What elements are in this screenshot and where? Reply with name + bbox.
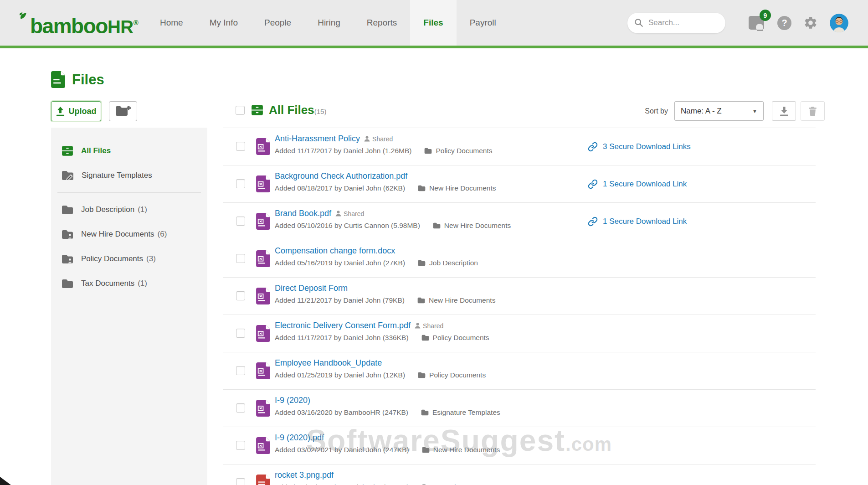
file-meta: Added 03/02/2021 by Daniel John (247KB) xyxy=(275,446,409,454)
folder-tag[interactable]: Policy Documents xyxy=(418,371,486,379)
file-type-icon xyxy=(256,400,270,418)
nav-tab[interactable]: Files xyxy=(410,0,456,46)
nav-tab[interactable]: People xyxy=(251,0,304,46)
file-type-icon xyxy=(256,213,270,232)
file-checkbox[interactable] xyxy=(236,291,245,300)
file-name-link[interactable]: Direct Deposit Form xyxy=(275,284,348,293)
secure-download-links[interactable]: 1 Secure Download Link xyxy=(588,179,687,189)
sidebar-folder-item[interactable]: Policy Documents (3) xyxy=(51,247,207,271)
file-info: I-9 (2020).pdf Added 03/02/2021 by Danie… xyxy=(275,433,500,454)
file-name-link[interactable]: Brand Book.pdf xyxy=(275,209,331,218)
sidebar-folder-item[interactable]: New Hire Documents (6) xyxy=(51,222,207,247)
folder-tag[interactable]: New Hire Documents xyxy=(422,483,500,485)
file-type-icon xyxy=(256,288,270,306)
all-files-header-icon xyxy=(251,104,263,116)
file-name-link[interactable]: Compensation change form.docx xyxy=(275,246,395,256)
person-icon xyxy=(335,211,341,217)
help-button[interactable]: ? xyxy=(777,16,791,30)
brand-accent-line xyxy=(0,46,868,48)
top-navbar: bambooHR® Home My Info People Hiring Rep… xyxy=(0,0,868,46)
file-checkbox[interactable] xyxy=(236,403,245,413)
file-name-link[interactable]: rocket 3.png.pdf xyxy=(275,470,334,480)
delete-button[interactable] xyxy=(801,101,825,121)
chevron-down-icon: ▼ xyxy=(752,108,757,114)
folder-tag[interactable]: Job Description xyxy=(418,259,478,267)
file-meta: Added 05/10/2016 by Curtis Cannon (5.98M… xyxy=(275,222,420,230)
file-checkbox[interactable] xyxy=(236,441,245,450)
folder-count: (1) xyxy=(138,279,147,288)
file-checkbox[interactable] xyxy=(236,329,245,338)
sort-by-label: Sort by xyxy=(645,107,668,115)
sort-select[interactable]: Name: A - Z ▼ xyxy=(674,101,764,121)
nav-tab[interactable]: Home xyxy=(147,0,196,46)
folder-icon xyxy=(62,230,73,239)
secure-download-links[interactable]: 3 Secure Download Links xyxy=(588,142,691,152)
trash-icon xyxy=(808,106,817,116)
file-checkbox[interactable] xyxy=(236,478,245,485)
sidebar-folder-item[interactable]: Tax Documents (1) xyxy=(51,271,207,296)
file-name-link[interactable]: I-9 (2020).pdf xyxy=(275,433,324,443)
list-header: All Files (15) xyxy=(236,103,326,117)
nav-tab[interactable]: Hiring xyxy=(304,0,354,46)
user-avatar[interactable] xyxy=(830,14,848,32)
file-info: Compensation change form.docx Added 05/1… xyxy=(275,246,478,267)
folder-tag[interactable]: New Hire Documents xyxy=(417,296,495,304)
folder-tag[interactable]: Policy Documents xyxy=(424,147,492,155)
bamboohr-logo[interactable]: bambooHR® xyxy=(19,11,138,39)
shared-badge: Shared xyxy=(335,210,364,217)
notification-badge: 9 xyxy=(760,10,771,21)
sidebar: All Files Signature Templates xyxy=(51,128,207,485)
sidebar-item-signature-templates[interactable]: Signature Templates xyxy=(51,163,207,188)
nav-tab[interactable]: Payroll xyxy=(457,0,509,46)
folder-icon xyxy=(421,409,429,416)
inbox-button[interactable]: 9 xyxy=(747,15,765,31)
download-button[interactable] xyxy=(772,101,796,121)
main-nav: Home My Info People Hiring Reports Files… xyxy=(147,0,509,46)
file-checkbox[interactable] xyxy=(236,217,245,226)
folder-label: Policy Documents xyxy=(81,254,143,263)
person-icon xyxy=(415,323,421,329)
file-checkbox[interactable] xyxy=(236,142,245,151)
settings-button[interactable] xyxy=(803,15,818,30)
gear-icon xyxy=(803,15,818,30)
folder-tag[interactable]: New Hire Documents xyxy=(422,446,500,454)
search-input[interactable]: Search... xyxy=(627,13,725,33)
list-title: All Files xyxy=(269,103,314,117)
upload-button[interactable]: Upload xyxy=(51,101,101,121)
file-name-link[interactable]: I-9 (2020) xyxy=(275,396,310,405)
sidebar-folder-item[interactable]: Job Description (1) xyxy=(51,197,207,222)
file-meta: Added 03/15/2021 by Daniel John (140KB) xyxy=(275,483,409,485)
nav-tab[interactable]: My Info xyxy=(196,0,251,46)
nav-tab[interactable]: Reports xyxy=(354,0,411,46)
file-name-link[interactable]: Electronic Delivery Consent Form.pdf xyxy=(275,321,411,330)
file-info: I-9 (2020) Added 03/16/2020 by BambooHR … xyxy=(275,396,500,417)
folder-count: (3) xyxy=(146,254,156,263)
file-checkbox[interactable] xyxy=(236,366,245,375)
all-files-drawer-icon xyxy=(62,145,73,157)
folder-tag[interactable]: New Hire Documents xyxy=(418,184,496,192)
file-info: rocket 3.png.pdf Added 03/15/2021 by Dan… xyxy=(275,470,500,485)
folder-tag[interactable]: Policy Documents xyxy=(421,334,489,342)
bamboohr-files-page: bambooHR® Home My Info People Hiring Rep… xyxy=(0,0,868,485)
file-info: Electronic Delivery Consent Form.pdf Sha… xyxy=(275,321,489,342)
folder-icon xyxy=(424,148,432,154)
select-all-checkbox[interactable] xyxy=(236,106,245,115)
folder-count: (6) xyxy=(158,230,167,239)
file-name-link[interactable]: Anti-Harassment Policy xyxy=(275,134,360,144)
file-type-icon xyxy=(256,250,270,269)
file-list: Anti-Harassment Policy Shared Added 11/1… xyxy=(223,128,816,485)
sidebar-item-all-files[interactable]: All Files xyxy=(51,139,207,163)
logo-text: bambooHR® xyxy=(30,11,138,39)
folder-tag[interactable]: New Hire Documents xyxy=(433,222,511,230)
new-folder-button[interactable] xyxy=(109,101,137,121)
file-type-icon xyxy=(256,325,270,344)
file-name-link[interactable]: Employee Handbook_Update xyxy=(275,358,382,368)
search-icon xyxy=(634,18,643,27)
folder-tag[interactable]: Esignature Templates xyxy=(421,408,500,417)
file-checkbox[interactable] xyxy=(236,254,245,263)
secure-download-links[interactable]: 1 Secure Download Link xyxy=(588,217,687,227)
file-name-link[interactable]: Background Check Authorization.pdf xyxy=(275,171,407,181)
sidebar-divider xyxy=(57,192,201,193)
file-checkbox[interactable] xyxy=(236,179,245,188)
link-icon xyxy=(588,179,598,189)
